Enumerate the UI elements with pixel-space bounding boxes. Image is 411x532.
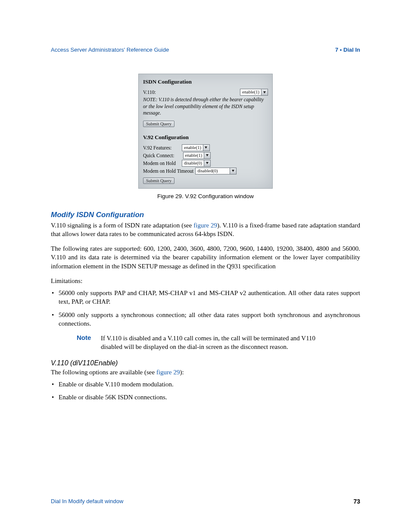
p3b: ):	[180, 369, 184, 376]
submit-query-button-v92[interactable]: Submit Query	[143, 177, 174, 184]
v92-moh-timeout-select[interactable]: disabled(0)	[195, 168, 237, 174]
options-list: Enable or disable V.110 modem modulation…	[51, 380, 360, 402]
limitations-list: 56000 only supports PAP and CHAP, MS-CHA…	[51, 289, 360, 328]
list-item: Enable or disable 56K ISDN connections.	[51, 393, 360, 401]
section-heading-modify-isdn: Modify ISDN Configuration	[51, 211, 360, 219]
v92-features-value: enable(1)	[184, 145, 201, 151]
v92-moh-label: Modem on Hold	[143, 161, 176, 166]
chevron-down-icon	[203, 145, 209, 151]
figure-caption: Figure 29. V.92 Configuration window	[51, 193, 360, 199]
v110-row: V.110: enable(1)	[143, 89, 268, 96]
subheading-v110: V.110 (diV110Enable)	[51, 359, 360, 367]
page-content: Access Server Administrators' Reference …	[51, 47, 360, 408]
link-figure-29-2[interactable]: figure 29	[156, 369, 180, 376]
chevron-down-icon	[204, 160, 210, 166]
v92-quickconnect-value: enable(1)	[185, 152, 202, 159]
submit-query-button-isdn[interactable]: Submit Query	[143, 121, 174, 127]
v92-moh-timeout-value: disabled(0)	[197, 168, 218, 174]
isdn-title: ISDN Configuration	[143, 78, 268, 85]
isdn-note: NOTE: V.110 is detected through either t…	[143, 96, 268, 117]
list-item: 56000 only supports PAP and CHAP, MS-CHA…	[51, 289, 360, 306]
chevron-down-icon	[204, 152, 210, 159]
chevron-down-icon	[261, 89, 268, 95]
paragraph-2: The following rates are supported: 600, …	[51, 244, 360, 271]
isdn-config-panel: ISDN Configuration V.110: enable(1) NOTE…	[143, 78, 268, 184]
v92-row-moh: Modem on Hold disable(0)	[143, 160, 268, 167]
v92-row-quickconnect: Quick Connect: enable(1)	[143, 152, 268, 159]
note-label: Note	[77, 334, 101, 352]
paragraph-1: V.110 signaling is a form of ISDN rate a…	[51, 221, 360, 239]
v92-moh-select[interactable]: disable(0)	[182, 160, 211, 167]
page-header: Access Server Administrators' Reference …	[51, 47, 360, 53]
v110-select[interactable]: enable(1)	[240, 89, 268, 96]
footer-left: Dial In Modify default window	[51, 498, 123, 505]
note-block: Note If V.110 is disabled and a V.110 ca…	[77, 334, 360, 352]
chevron-down-icon	[230, 168, 236, 174]
v92-row-features: V.92 Features: enable(1)	[143, 144, 268, 151]
v92-quickconnect-label: Quick Connect:	[143, 153, 174, 158]
v92-row-moh-timeout: Modem on Hold Timeout disabled(0)	[143, 168, 268, 174]
header-left: Access Server Administrators' Reference …	[51, 47, 169, 53]
v92-quickconnect-select[interactable]: enable(1)	[183, 152, 211, 159]
note-body: If V.110 is disabled and a V.110 call co…	[101, 334, 333, 352]
p1a: V.110 signaling is a form of ISDN rate a…	[51, 222, 193, 229]
v110-label: V.110:	[143, 90, 156, 95]
v92-title: V.92 Configuration	[143, 134, 268, 141]
list-item: Enable or disable V.110 modem modulation…	[51, 380, 360, 389]
page-number: 73	[353, 498, 360, 505]
v92-features-select[interactable]: enable(1)	[182, 144, 210, 151]
limitations-label: Limitations:	[51, 277, 360, 285]
p3a: The following options are available (see	[51, 369, 156, 376]
page-footer: Dial In Modify default window 73	[51, 498, 360, 505]
header-right: 7 • Dial In	[335, 47, 360, 53]
figure-wrap: ISDN Configuration V.110: enable(1) NOTE…	[51, 74, 360, 199]
list-item: 56000 only supports a synchronous connec…	[51, 311, 360, 328]
v110-select-value: enable(1)	[242, 89, 259, 95]
link-figure-29-1[interactable]: figure 29	[193, 222, 217, 229]
paragraph-3: The following options are available (see…	[51, 368, 360, 376]
v92-moh-value: disable(0)	[184, 160, 202, 166]
v92-moh-timeout-label: Modem on Hold Timeout	[143, 168, 193, 174]
figure-29-image: ISDN Configuration V.110: enable(1) NOTE…	[138, 74, 273, 189]
v92-features-label: V.92 Features:	[143, 145, 171, 150]
